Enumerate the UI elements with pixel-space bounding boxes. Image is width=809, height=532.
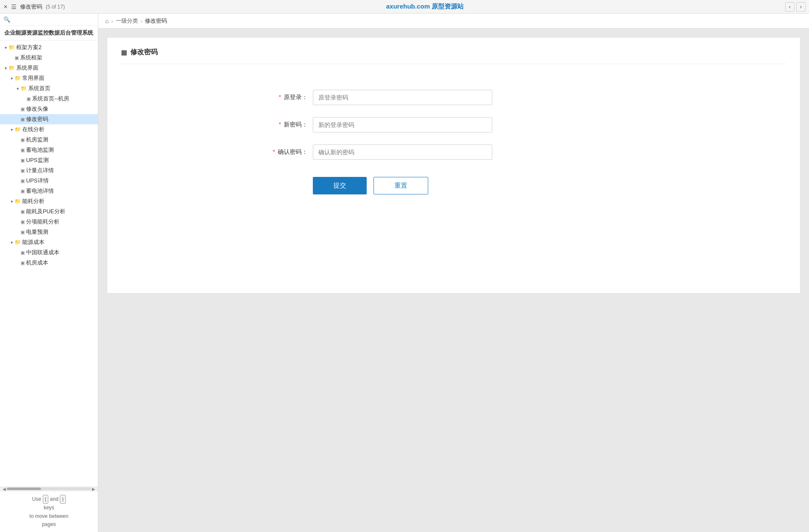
close-icon[interactable]: ✕ [3,4,8,10]
sidebar: 🔍 企业能源资源监控数据后台管理系统 ▾📁框架方案2 ▣系统框架▾📁系统界面▾📁… [0,14,98,532]
page-icon: ▣ [21,147,25,153]
page-icon: ▣ [21,117,25,122]
tree-item-label: 能耗分析 [22,197,44,205]
tree-item-label: 中国联通成本 [26,249,59,256]
input-confirm-password[interactable] [313,144,492,160]
sidebar-item-机房监测[interactable]: ▣机房监测 [0,135,98,145]
scrollbar-thumb[interactable] [7,488,41,490]
form-card-title: ▦ 修改密码 [121,48,786,64]
folder-icon: 📁 [15,75,21,81]
folder-icon: 📁 [15,239,21,245]
tree-item-label: 系统首页 [28,85,50,92]
search-icon: 🔍 [3,16,10,23]
sidebar-item-系统界面[interactable]: ▾📁系统界面 [0,63,98,73]
topbar-title: 修改密码 [20,3,42,11]
sidebar-item-能耗分析[interactable]: ▾📁能耗分析 [0,196,98,206]
tree-item-label: 分项能耗分析 [26,218,59,226]
sidebar-item-UPS监测[interactable]: ▣UPS监测 [0,155,98,165]
sidebar-search-bar: 🔍 [0,14,98,26]
page-icon: ▣ [21,158,25,163]
prev-key-icon: { [43,495,49,504]
breadcrumb-sep-1: › [111,18,113,24]
sidebar-item-在线分析[interactable]: ▾📁在线分析 [0,124,98,135]
sidebar-item-能源成本[interactable]: ▾📁能源成本 [0,237,98,247]
home-icon[interactable]: ⌂ [105,18,109,24]
form-row-new-password: * 新密码： [262,117,646,132]
main-layout: 🔍 企业能源资源监控数据后台管理系统 ▾📁框架方案2 ▣系统框架▾📁系统界面▾📁… [0,14,809,532]
sidebar-item-UPS详情[interactable]: ▣UPS详情 [0,176,98,186]
hint-move-text: to move between [29,513,68,519]
sidebar-item-修改头像[interactable]: ▣修改头像 [0,104,98,114]
toggle-icon: ▾ [9,240,15,245]
sidebar-item-修改密码[interactable]: ▣修改密码 [0,114,98,124]
required-star-3: * [273,148,275,155]
sidebar-item-系统首页[interactable]: ▾📁系统首页 [0,83,98,94]
toggle-icon: ▾ [9,199,15,204]
required-star-2: * [279,121,281,128]
scrollbar-track[interactable] [7,488,91,490]
tree-item-label: 计量点详情 [26,167,54,174]
form-row-confirm-password: * 确认密码： [262,144,646,160]
sidebar-item-系统框架[interactable]: ▣系统框架 [0,53,98,63]
sidebar-scrollbar[interactable]: ◀ ▶ [0,487,98,491]
input-new-password[interactable] [313,117,492,132]
page-icon: ▣ [21,188,25,194]
tree-item-label: 机房监测 [26,136,48,144]
sidebar-item-能耗及PUE分析[interactable]: ▣能耗及PUE分析 [0,206,98,217]
form-buttons: 提交 重置 [262,177,646,194]
app-title: 企业能源资源监控数据后台管理系统 [0,26,98,41]
page-icon: ▣ [21,106,25,112]
sidebar-item-机房成本[interactable]: ▣机房成本 [0,258,98,268]
form-title-text: 修改密码 [130,48,158,57]
input-original-password[interactable] [313,90,492,105]
hint-keys-text: keys [44,505,54,511]
sidebar-item-中国联通成本[interactable]: ▣中国联通成本 [0,247,98,258]
sidebar-item-电量预测[interactable]: ▣电量预测 [0,227,98,237]
sidebar-tree: ▾📁框架方案2 ▣系统框架▾📁系统界面▾📁常用界面▾📁系统首页 ▣系统首页--机… [0,41,98,487]
breadcrumb-current: 修改密码 [145,17,167,25]
content-area: ⌂ › 一级分类 › 修改密码 ▦ 修改密码 * 原登录： [98,14,809,532]
tree-item-label: 蓄电池详情 [26,187,54,195]
sidebar-item-计量点详情[interactable]: ▣计量点详情 [0,165,98,176]
toggle-icon: ▾ [3,45,9,50]
top-bar: ✕ ☰ 修改密码 (5 of 17) axurehub.com 原型资源站 ‹ … [0,0,809,14]
sidebar-item-蓄电池监测[interactable]: ▣蓄电池监测 [0,145,98,155]
page-icon: ▣ [21,260,25,266]
nav-prev-button[interactable]: ‹ [785,2,794,12]
hint-and-text: and [50,496,60,502]
tree-item-label: 能耗及PUE分析 [26,208,65,215]
hint-pages-text: pages [42,521,56,527]
topbar-center-text: axurehub.com 原型资源站 [68,3,782,11]
tree-item-label: 修改头像 [26,105,48,113]
tree-item-label: 系统首页--机房 [32,95,69,103]
submit-button[interactable]: 提交 [313,177,367,194]
form-card: ▦ 修改密码 * 原登录： * [107,37,800,294]
page-content: ▦ 修改密码 * 原登录： * [98,29,809,532]
sidebar-item-系统首页机房[interactable]: ▣系统首页--机房 [0,94,98,104]
tree-item-label: 蓄电池监测 [26,146,54,154]
tree-item-label: UPS监测 [26,156,49,164]
search-input[interactable] [12,16,94,23]
sidebar-item-常用界面[interactable]: ▾📁常用界面 [0,73,98,83]
menu-icon[interactable]: ☰ [11,3,17,10]
form-body: * 原登录： * 新密码： [262,77,646,194]
tree-item-label: 系统界面 [16,64,38,72]
page-icon: ▣ [21,137,25,143]
page-icon: ▣ [21,178,25,184]
page-icon: ▣ [21,209,25,215]
reset-button[interactable]: 重置 [374,177,428,194]
page-icon: ▣ [26,96,31,102]
sidebar-item-蓄电池详情[interactable]: ▣蓄电池详情 [0,186,98,196]
nav-next-button[interactable]: › [796,2,806,12]
sidebar-item-分项能耗分析[interactable]: ▣分项能耗分析 [0,217,98,227]
breadcrumb-level1[interactable]: 一级分类 [116,17,138,25]
toggle-icon: ▾ [9,76,15,81]
sidebar-item-框架方案2[interactable]: ▾📁框架方案2 [0,42,98,53]
sidebar-bottom-hint: Use { and } keys to move between pages [0,491,98,532]
folder-icon: 📁 [15,126,21,132]
breadcrumb: ⌂ › 一级分类 › 修改密码 [98,14,809,29]
form-row-original-password: * 原登录： [262,90,646,105]
folder-icon: 📁 [21,85,27,91]
tree-item-label: 系统框架 [20,54,42,62]
toggle-icon: ▾ [3,66,9,71]
